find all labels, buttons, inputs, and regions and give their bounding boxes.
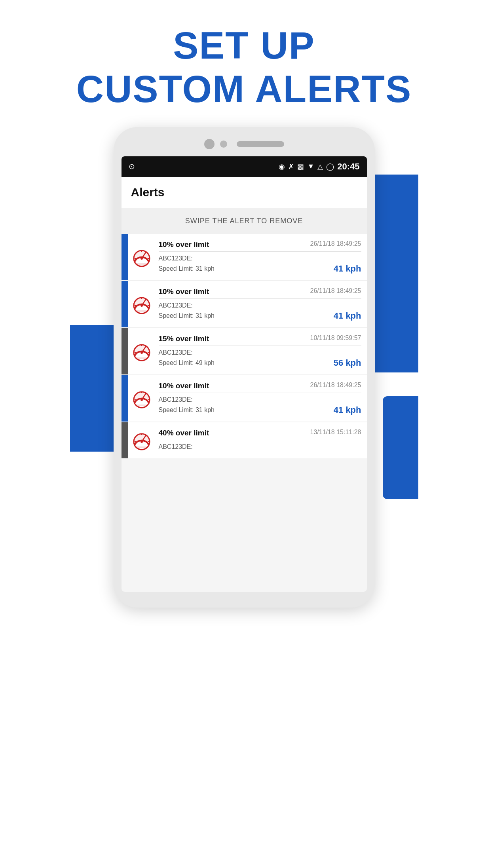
status-right-icons: ◉ ✗ ▩ ▼ △ ◯ 20:45 <box>279 161 359 172</box>
alert-vehicle: ABC123DE: <box>159 255 361 262</box>
alert-side-bar <box>122 375 128 422</box>
alert-speed-value: 41 kph <box>334 311 361 321</box>
alert-content: 10% over limit 26/11/18 18:49:25 ABC123D… <box>156 234 367 280</box>
alert-speed-limit: Speed Limit: 31 kph <box>159 265 215 272</box>
list-item: 10% over limit 26/11/18 18:49:25 ABC123D… <box>122 281 367 327</box>
svg-rect-13 <box>136 310 147 312</box>
signal-icon: △ <box>317 162 323 171</box>
list-item: 10% over limit 26/11/18 18:49:25 ABC123D… <box>122 234 367 280</box>
alert-icon <box>128 234 156 280</box>
alert-type: 40% over limit <box>159 429 209 437</box>
alert-vehicle: ABC123DE: <box>159 302 361 309</box>
alert-timestamp: 26/11/18 18:49:25 <box>310 240 361 247</box>
camera-circle <box>204 139 215 149</box>
phone-screen: ⊙ ◉ ✗ ▩ ▼ △ ◯ 20:45 Alerts SWIPE THE ALE… <box>122 156 367 592</box>
status-left-icons: ⊙ <box>129 162 135 171</box>
alert-icon <box>128 281 156 327</box>
vibrate-icon: ▩ <box>297 162 304 171</box>
alerts-list: 10% over limit 26/11/18 18:49:25 ABC123D… <box>122 234 367 458</box>
phone-frame: ⊙ ◉ ✗ ▩ ▼ △ ◯ 20:45 Alerts SWIPE THE ALE… <box>114 127 375 608</box>
deco-right-bottom <box>383 396 418 499</box>
alert-icon <box>128 422 156 458</box>
alert-speed-limit: Speed Limit: 49 kph <box>159 359 215 367</box>
location-icon: ◉ <box>279 162 285 171</box>
alert-content: 10% over limit 26/11/18 18:49:25 ABC123D… <box>156 281 367 327</box>
alert-vehicle: ABC123DE: <box>159 443 361 450</box>
alert-top-row: 15% over limit 10/11/18 09:59:57 <box>159 334 361 346</box>
alert-timestamp: 10/11/18 09:59:57 <box>310 334 361 342</box>
alert-side-bar <box>122 422 128 458</box>
alert-side-bar <box>122 234 128 280</box>
alert-icon <box>128 328 156 374</box>
alert-top-row: 10% over limit 26/11/18 18:49:25 <box>159 382 361 393</box>
svg-rect-20 <box>136 357 147 359</box>
alert-type: 10% over limit <box>159 382 209 390</box>
alert-speed-value: 41 kph <box>334 264 361 274</box>
alert-bottom-row: Speed Limit: 31 kph 41 kph <box>159 264 361 274</box>
alert-icon <box>128 375 156 422</box>
alert-bottom-row: Speed Limit: 31 kph 41 kph <box>159 405 361 415</box>
hero-line2: CUSTOM ALERTS <box>76 67 412 111</box>
circle-icon: ⊙ <box>129 162 135 171</box>
alert-timestamp: 13/11/18 15:11:28 <box>310 429 361 436</box>
svg-rect-6 <box>136 263 147 265</box>
alert-speed-value: 41 kph <box>334 405 361 415</box>
svg-rect-27 <box>136 405 147 406</box>
hero-line1: SET UP <box>76 24 412 67</box>
alert-side-bar <box>122 281 128 327</box>
status-bar: ⊙ ◉ ✗ ▩ ▼ △ ◯ 20:45 <box>122 156 367 177</box>
alert-type: 10% over limit <box>159 287 209 296</box>
alert-speed-limit: Speed Limit: 31 kph <box>159 312 215 319</box>
list-item: 15% over limit 10/11/18 09:59:57 ABC123D… <box>122 328 367 374</box>
wifi-icon: ▼ <box>307 162 314 171</box>
alert-content: 10% over limit 26/11/18 18:49:25 ABC123D… <box>156 375 367 422</box>
svg-point-19 <box>141 351 143 354</box>
alert-bottom-row: Speed Limit: 31 kph 41 kph <box>159 311 361 321</box>
phone-wrapper: ⊙ ◉ ✗ ▩ ▼ △ ◯ 20:45 Alerts SWIPE THE ALE… <box>114 127 375 608</box>
alert-type: 10% over limit <box>159 240 209 249</box>
alert-timestamp: 26/11/18 18:49:25 <box>310 287 361 294</box>
svg-rect-34 <box>136 446 147 448</box>
app-title: Alerts <box>131 186 357 199</box>
status-time: 20:45 <box>337 161 359 172</box>
alert-side-bar <box>122 328 128 374</box>
svg-point-12 <box>141 304 143 307</box>
svg-point-5 <box>141 257 143 260</box>
alert-top-row: 10% over limit 26/11/18 18:49:25 <box>159 240 361 252</box>
hero-section: SET UP CUSTOM ALERTS <box>76 24 412 111</box>
swipe-hint: SWIPE THE ALERT TO REMOVE <box>122 208 367 234</box>
bluetooth-icon: ✗ <box>288 162 294 171</box>
alert-content: 40% over limit 13/11/18 15:11:28 ABC123D… <box>156 422 367 458</box>
list-item: 10% over limit 26/11/18 18:49:25 ABC123D… <box>122 375 367 422</box>
app-header: Alerts <box>122 177 367 208</box>
alert-type: 15% over limit <box>159 334 209 343</box>
alert-speed-value: 56 kph <box>334 358 361 368</box>
alert-content: 15% over limit 10/11/18 09:59:57 ABC123D… <box>156 328 367 374</box>
camera-dot <box>220 141 227 148</box>
alert-timestamp: 26/11/18 18:49:25 <box>310 382 361 389</box>
alert-vehicle: ABC123DE: <box>159 396 361 403</box>
phone-top <box>122 139 367 149</box>
speaker-bar <box>237 141 284 147</box>
alert-bottom-row: Speed Limit: 49 kph 56 kph <box>159 358 361 368</box>
alarm-icon: ◯ <box>326 162 334 171</box>
svg-point-33 <box>141 441 143 443</box>
alert-top-row: 40% over limit 13/11/18 15:11:28 <box>159 429 361 440</box>
alert-speed-limit: Speed Limit: 31 kph <box>159 406 215 414</box>
alert-vehicle: ABC123DE: <box>159 349 361 356</box>
list-item: 40% over limit 13/11/18 15:11:28 ABC123D… <box>122 422 367 458</box>
alert-top-row: 10% over limit 26/11/18 18:49:25 <box>159 287 361 299</box>
svg-point-26 <box>141 399 143 401</box>
